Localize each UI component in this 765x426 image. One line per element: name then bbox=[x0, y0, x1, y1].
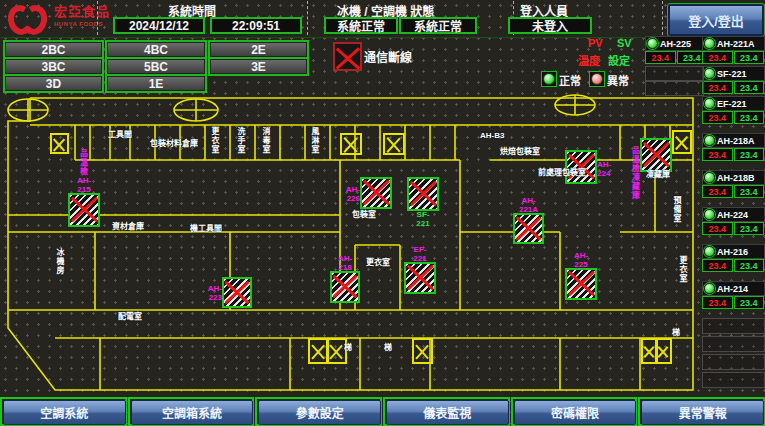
offline-equipment-marker[interactable]: 品溫檢 凍藏庫 bbox=[640, 138, 672, 172]
equipment-tag-label: AH-218 bbox=[338, 254, 352, 272]
offline-equipment-marker[interactable]: AH-226 bbox=[360, 177, 392, 209]
floor-button-1e[interactable]: 1E bbox=[105, 74, 207, 93]
room-label: 梯 bbox=[344, 343, 352, 352]
unit-name-label: AH-214 bbox=[717, 284, 748, 294]
offline-equipment-marker[interactable]: AH-223 bbox=[222, 277, 252, 308]
pv-value: 23.4 bbox=[702, 111, 733, 124]
unit-ah-224[interactable]: AH-224 bbox=[702, 207, 765, 222]
room-label: 機工具間 bbox=[190, 224, 222, 233]
unit-values-ef-221: 23.423.4 bbox=[702, 111, 764, 124]
room-label: AH-B3 bbox=[480, 131, 504, 140]
unit-ah-225[interactable]: AH-225 bbox=[645, 36, 708, 51]
unit-status-led bbox=[704, 135, 715, 146]
temp-label: 溫度 bbox=[578, 52, 600, 68]
unit-values-ah-214: 23.423.4 bbox=[702, 296, 764, 309]
room-label: 更衣室 bbox=[210, 127, 219, 154]
offline-equipment-marker[interactable]: AH-221A bbox=[513, 213, 544, 244]
ahu-status-value: 系統正常 bbox=[399, 17, 477, 34]
offline-equipment-marker[interactable]: SF-221 bbox=[407, 177, 439, 211]
unit-status-led bbox=[704, 172, 715, 183]
equipment-tag-label: AH-226 bbox=[346, 185, 360, 203]
pv-value: 23.4 bbox=[702, 185, 733, 198]
normal-led bbox=[541, 71, 557, 87]
unit-values-ah-225: 23.423.4 bbox=[645, 51, 707, 64]
pv-value: 23.4 bbox=[702, 259, 733, 272]
brand-text: 宏亞食品 bbox=[54, 4, 110, 19]
spare-cell bbox=[702, 318, 765, 334]
bottom-nav-bar: 空調系統空調箱系統參數設定儀表監視密碼權限異常警報 bbox=[0, 397, 765, 426]
brand-name: 宏亞食品HUNYA FOODS bbox=[54, 5, 110, 31]
login-logout-button[interactable]: 登入/登出 bbox=[668, 4, 764, 36]
unit-values-ah-221a: 23.423.4 bbox=[702, 51, 764, 64]
unit-status-led bbox=[704, 38, 715, 49]
equipment-tag-label: SF-221 bbox=[416, 210, 430, 228]
header-separator bbox=[307, 1, 308, 35]
nav-button[interactable]: 儀表監視 bbox=[386, 400, 509, 425]
offline-equipment-marker[interactable]: AH-218 bbox=[330, 271, 360, 303]
room-label: 資材倉庫 bbox=[112, 222, 144, 231]
unit-ah-214[interactable]: AH-214 bbox=[702, 281, 765, 296]
unit-name-label: AH-216 bbox=[717, 247, 748, 257]
nav-segment: 異常警報 bbox=[638, 397, 765, 426]
unit-name-label: SF-221 bbox=[717, 69, 747, 79]
unit-status-led bbox=[647, 38, 658, 49]
unit-values-sf-221: 23.423.4 bbox=[702, 81, 764, 94]
floor-button-3e[interactable]: 3E bbox=[208, 57, 309, 76]
room-label: 預備室 bbox=[672, 196, 681, 223]
room-label: 洗手室 bbox=[236, 127, 245, 154]
nav-button[interactable]: 密碼權限 bbox=[514, 400, 637, 425]
pv-label: PV bbox=[588, 37, 603, 49]
unit-values-ah-224: 23.423.4 bbox=[702, 222, 764, 235]
unit-values-ah-216: 23.423.4 bbox=[702, 259, 764, 272]
offline-equipment-marker[interactable]: AH-225 bbox=[565, 268, 597, 300]
nav-segment: 空調箱系統 bbox=[128, 397, 255, 426]
nav-segment: 空調系統 bbox=[0, 397, 127, 426]
stairs-icon bbox=[8, 95, 595, 121]
sv-value: 23.4 bbox=[734, 51, 765, 64]
nav-button[interactable]: 參數設定 bbox=[258, 400, 381, 425]
equipment-tag-label: AH-223 bbox=[208, 284, 222, 302]
header-separator bbox=[97, 1, 98, 35]
brand-subtext: HUNYA FOODS bbox=[54, 18, 110, 31]
room-label: 風淋室 bbox=[310, 127, 319, 154]
nav-button[interactable]: 異常警報 bbox=[641, 400, 764, 425]
offline-equipment-marker[interactable]: EF-221 bbox=[404, 262, 436, 294]
pv-value: 23.4 bbox=[702, 148, 733, 161]
offline-equipment-marker[interactable]: 品溫檢 AH-215 bbox=[68, 193, 100, 227]
offline-equipment-marker[interactable]: AH-224 bbox=[565, 150, 597, 184]
header-bar: 宏亞食品HUNYA FOODS 系統時間 2024/12/12 22:09:51… bbox=[0, 0, 765, 38]
equipment-tag-label: EF-221 bbox=[413, 245, 427, 263]
unit-ah-216[interactable]: AH-216 bbox=[702, 244, 765, 259]
nav-button[interactable]: 空調系統 bbox=[3, 400, 126, 425]
elevator-icon bbox=[655, 338, 672, 364]
unit-ah-218a[interactable]: AH-218A bbox=[702, 133, 765, 148]
nav-segment: 參數設定 bbox=[255, 397, 382, 426]
unit-name-label: EF-221 bbox=[717, 99, 747, 109]
unit-ah-218b[interactable]: AH-218B bbox=[702, 170, 765, 185]
nav-button[interactable]: 空調箱系統 bbox=[131, 400, 254, 425]
unit-name-label: AH-225 bbox=[660, 39, 691, 49]
comm-offline-icon bbox=[333, 42, 362, 71]
room-label: 烘焙包裝室 bbox=[500, 147, 540, 156]
unit-ef-221[interactable]: EF-221 bbox=[702, 96, 765, 111]
unit-ah-221a[interactable]: AH-221A bbox=[702, 36, 765, 51]
unit-sf-221[interactable]: SF-221 bbox=[702, 66, 765, 81]
sv-value: 23.4 bbox=[734, 148, 765, 161]
unit-values-ah-218b: 23.423.4 bbox=[702, 185, 764, 198]
set-label: 設定 bbox=[608, 52, 630, 68]
room-label: 工具間 bbox=[108, 130, 132, 139]
equipment-tag-label: 品溫檢 AH-215 bbox=[77, 149, 91, 194]
unit-name-label: AH-218B bbox=[717, 173, 755, 183]
chiller-status-value: 系統正常 bbox=[324, 17, 398, 34]
abnormal-led bbox=[589, 71, 605, 87]
nav-segment: 密碼權限 bbox=[511, 397, 638, 426]
spare-cell bbox=[645, 66, 704, 81]
system-time-value: 22:09:51 bbox=[210, 17, 302, 34]
floor-button-3d[interactable]: 3D bbox=[3, 74, 104, 93]
pv-value: 23.4 bbox=[702, 296, 733, 309]
unit-name-label: AH-218A bbox=[717, 136, 755, 146]
sv-label: SV bbox=[617, 37, 632, 49]
room-label: 梯 bbox=[384, 343, 392, 352]
spare-cell bbox=[702, 336, 765, 352]
pv-value: 23.4 bbox=[702, 81, 733, 94]
